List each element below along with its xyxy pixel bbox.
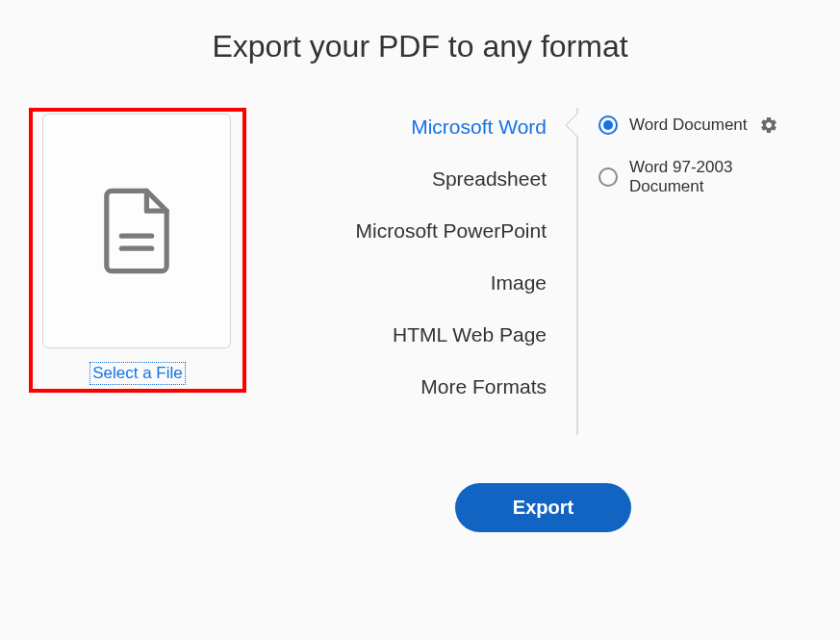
gear-icon[interactable] bbox=[759, 115, 778, 135]
format-spreadsheet[interactable]: Spreadsheet bbox=[275, 167, 564, 191]
option-label: Word 97-2003 Document bbox=[629, 158, 811, 196]
export-button[interactable]: Export bbox=[455, 483, 631, 532]
option-label: Word Document bbox=[629, 115, 748, 135]
radio-icon bbox=[598, 167, 618, 187]
select-file-link[interactable]: Select a File bbox=[89, 362, 186, 385]
format-divider bbox=[564, 108, 593, 425]
option-word-document[interactable]: Word Document bbox=[598, 115, 811, 135]
format-list: Microsoft Word Spreadsheet Microsoft Pow… bbox=[275, 108, 564, 425]
format-more[interactable]: More Formats bbox=[275, 375, 564, 398]
format-image[interactable]: Image bbox=[275, 271, 564, 294]
format-options: Word Document Word 97-2003 Document bbox=[593, 108, 811, 425]
document-icon bbox=[99, 186, 174, 276]
page-title: Export your PDF to any format bbox=[29, 29, 811, 64]
file-drop-panel: Select a File bbox=[29, 108, 246, 393]
format-powerpoint[interactable]: Microsoft PowerPoint bbox=[275, 219, 564, 243]
format-html[interactable]: HTML Web Page bbox=[275, 323, 564, 346]
option-word-97-2003[interactable]: Word 97-2003 Document bbox=[598, 158, 811, 196]
format-microsoft-word[interactable]: Microsoft Word bbox=[275, 115, 564, 139]
file-drop-area[interactable] bbox=[42, 114, 231, 348]
radio-icon bbox=[598, 115, 618, 135]
